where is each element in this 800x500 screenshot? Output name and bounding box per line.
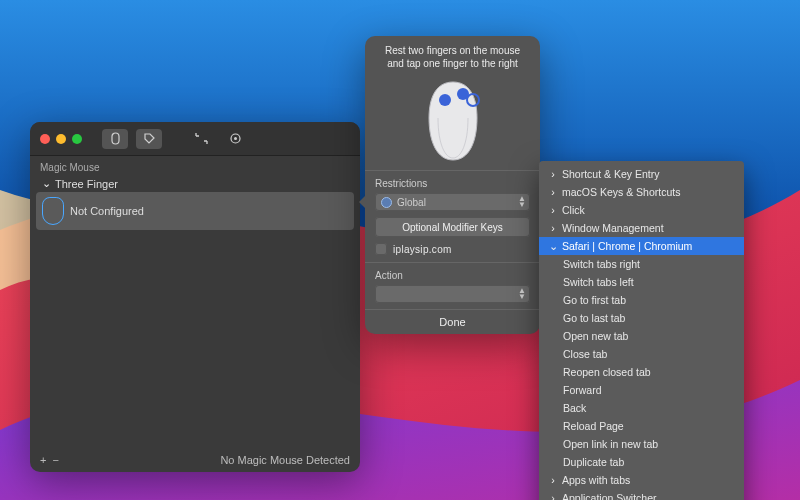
menu-item-label: Click: [562, 203, 585, 217]
toolbar-tag-tab[interactable]: [136, 129, 162, 149]
menu-item[interactable]: Open new tab: [539, 327, 744, 345]
device-header: Magic Mouse: [30, 156, 360, 175]
menu-item-label: Application Switcher: [562, 491, 657, 500]
tree-item-not-configured[interactable]: Not Configured: [36, 192, 354, 230]
menu-item[interactable]: Go to first tab: [539, 291, 744, 309]
traffic-minimize-icon[interactable]: [56, 134, 66, 144]
action-context-menu: ›Shortcut & Key Entry›macOS Keys & Short…: [539, 161, 744, 500]
tree-group-three-finger[interactable]: ⌄ Three Finger: [36, 175, 354, 192]
menu-item[interactable]: Close tab: [539, 345, 744, 363]
hint-line-2: and tap one finger to the right: [379, 57, 526, 70]
watermark-text: iplaysip.com: [393, 244, 452, 255]
stepper-icon: ▲▼: [518, 196, 526, 208]
mouse-outline-icon: [42, 197, 64, 225]
stepper-icon: ▲▼: [518, 288, 526, 300]
menu-item[interactable]: Go to last tab: [539, 309, 744, 327]
menu-item-label: Safari | Chrome | Chromium: [562, 239, 692, 253]
toolbar-settings-tab[interactable]: [222, 129, 248, 149]
svg-point-4: [439, 94, 451, 106]
preferences-window: Magic Mouse ⌄ Three Finger Not Configure…: [30, 122, 360, 472]
menu-item[interactable]: Reopen closed tab: [539, 363, 744, 381]
menu-item[interactable]: ⌄Safari | Chrome | Chromium: [539, 237, 744, 255]
done-button[interactable]: Done: [423, 316, 483, 328]
status-text: No Magic Mouse Detected: [220, 454, 350, 466]
titlebar: [30, 122, 360, 156]
svg-rect-1: [112, 133, 119, 144]
window-footer: + − No Magic Mouse Detected: [30, 450, 360, 472]
remove-button[interactable]: −: [52, 454, 58, 466]
menu-item[interactable]: Forward: [539, 381, 744, 399]
traffic-close-icon[interactable]: [40, 134, 50, 144]
menu-item-label: Window Management: [562, 221, 664, 235]
menu-item[interactable]: ›Window Management: [539, 219, 744, 237]
gesture-popover: Rest two fingers on the mouse and tap on…: [365, 36, 540, 334]
menu-item[interactable]: Back: [539, 399, 744, 417]
chevron-down-icon: ⌄: [549, 239, 557, 253]
tree-item-label: Not Configured: [70, 205, 144, 217]
scope-select[interactable]: Global ▲▼: [375, 193, 530, 211]
menu-item-label: Apps with tabs: [562, 473, 630, 487]
dock-checkbox[interactable]: [375, 243, 387, 255]
gesture-tree: ⌄ Three Finger Not Configured: [30, 175, 360, 230]
menu-item[interactable]: ›Click: [539, 201, 744, 219]
menu-item[interactable]: ›Shortcut & Key Entry: [539, 165, 744, 183]
action-label: Action: [365, 266, 540, 285]
menu-item[interactable]: Switch tabs right: [539, 255, 744, 273]
menu-item[interactable]: ›Apps with tabs: [539, 471, 744, 489]
restrictions-label: Restrictions: [365, 174, 540, 193]
menu-item[interactable]: ›Application Switcher: [539, 489, 744, 500]
traffic-zoom-icon[interactable]: [72, 134, 82, 144]
chevron-right-icon: ›: [549, 473, 557, 487]
menu-item-label: Shortcut & Key Entry: [562, 167, 659, 181]
chevron-right-icon: ›: [549, 221, 557, 235]
chevron-right-icon: ›: [549, 491, 557, 500]
chevron-right-icon: ›: [549, 185, 557, 199]
modifier-keys-button[interactable]: Optional Modifier Keys: [375, 217, 530, 237]
scope-value: Global: [397, 197, 426, 208]
mouse-gesture-graphic: [411, 78, 495, 164]
menu-item[interactable]: Open link in new tab: [539, 435, 744, 453]
hint-text: Rest two fingers on the mouse and tap on…: [365, 36, 540, 74]
svg-point-3: [234, 137, 237, 140]
menu-item[interactable]: ›macOS Keys & Shortcuts: [539, 183, 744, 201]
toolbar-mouse-tab[interactable]: [102, 129, 128, 149]
menu-item[interactable]: Duplicate tab: [539, 453, 744, 471]
menu-item-label: macOS Keys & Shortcuts: [562, 185, 680, 199]
add-button[interactable]: +: [40, 454, 46, 466]
group-label: Three Finger: [55, 178, 118, 190]
menu-item[interactable]: Reload Page: [539, 417, 744, 435]
chevron-right-icon: ›: [549, 203, 557, 217]
chevron-right-icon: ›: [549, 167, 557, 181]
hint-line-1: Rest two fingers on the mouse: [379, 44, 526, 57]
action-select[interactable]: ▲▼: [375, 285, 530, 303]
toolbar-expand-tab[interactable]: [188, 129, 214, 149]
menu-item[interactable]: Switch tabs left: [539, 273, 744, 291]
chevron-down-icon: ⌄: [42, 177, 50, 190]
globe-icon: [381, 197, 392, 208]
